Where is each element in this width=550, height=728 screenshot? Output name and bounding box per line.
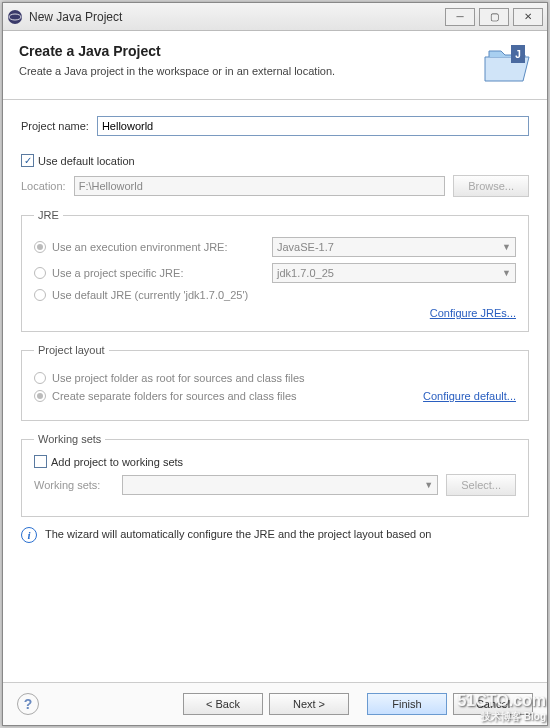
root-folder-label: Use project folder as root for sources a…	[52, 372, 305, 384]
jre-group: JRE Use an execution environment JRE: Ja…	[21, 209, 529, 332]
browse-button: Browse...	[453, 175, 529, 197]
banner: Create a Java Project Create a Java proj…	[3, 31, 547, 100]
title-bar[interactable]: New Java Project ─ ▢ ✕	[3, 3, 547, 31]
location-input	[74, 176, 445, 196]
location-label: Location:	[21, 180, 66, 192]
folder-java-icon: J	[483, 43, 531, 85]
configure-default-link[interactable]: Configure default...	[423, 390, 516, 402]
svg-text:J: J	[515, 49, 521, 60]
working-sets-group: Working sets Add project to working sets…	[21, 433, 529, 517]
window-title: New Java Project	[29, 10, 441, 24]
exec-env-label: Use an execution environment JRE:	[52, 241, 272, 253]
chevron-down-icon: ▼	[424, 480, 433, 490]
eclipse-icon	[7, 9, 23, 25]
footer: ? < Back Next > Finish Cancel	[3, 682, 547, 725]
separate-folders-radio[interactable]	[34, 390, 46, 402]
project-jre-dropdown: jdk1.7.0_25▼	[272, 263, 516, 283]
cancel-button[interactable]: Cancel	[453, 693, 533, 715]
layout-legend: Project layout	[34, 344, 109, 356]
exec-env-dropdown[interactable]: JavaSE-1.7▼	[272, 237, 516, 257]
project-name-input[interactable]	[97, 116, 529, 136]
add-working-sets-label: Add project to working sets	[51, 456, 183, 468]
next-button[interactable]: Next >	[269, 693, 349, 715]
maximize-button[interactable]: ▢	[479, 8, 509, 26]
content-area: Project name: Use default location Locat…	[3, 100, 547, 682]
add-working-sets-checkbox[interactable]	[34, 455, 47, 468]
dialog-window: New Java Project ─ ▢ ✕ Create a Java Pro…	[2, 2, 548, 726]
banner-title: Create a Java Project	[19, 43, 483, 59]
project-jre-radio[interactable]	[34, 267, 46, 279]
close-button[interactable]: ✕	[513, 8, 543, 26]
working-sets-legend: Working sets	[34, 433, 105, 445]
finish-button[interactable]: Finish	[367, 693, 447, 715]
info-text: The wizard will automatically configure …	[45, 527, 431, 543]
chevron-down-icon: ▼	[502, 242, 511, 252]
working-sets-dropdown: ▼	[122, 475, 438, 495]
chevron-down-icon: ▼	[502, 268, 511, 278]
banner-subtitle: Create a Java project in the workspace o…	[19, 65, 483, 77]
select-button: Select...	[446, 474, 516, 496]
configure-jres-link[interactable]: Configure JREs...	[430, 307, 516, 319]
info-message: i The wizard will automatically configur…	[21, 527, 529, 543]
default-jre-radio[interactable]	[34, 289, 46, 301]
back-button[interactable]: < Back	[183, 693, 263, 715]
project-layout-group: Project layout Use project folder as roo…	[21, 344, 529, 421]
working-sets-label: Working sets:	[34, 479, 114, 491]
separate-folders-label: Create separate folders for sources and …	[52, 390, 423, 402]
jre-legend: JRE	[34, 209, 63, 221]
minimize-button[interactable]: ─	[445, 8, 475, 26]
exec-env-radio[interactable]	[34, 241, 46, 253]
default-jre-label: Use default JRE (currently 'jdk1.7.0_25'…	[52, 289, 248, 301]
use-default-location-label: Use default location	[38, 155, 135, 167]
help-icon[interactable]: ?	[17, 693, 39, 715]
project-jre-label: Use a project specific JRE:	[52, 267, 272, 279]
root-folder-radio[interactable]	[34, 372, 46, 384]
use-default-location-checkbox[interactable]	[21, 154, 34, 167]
svg-point-0	[8, 10, 22, 24]
project-name-label: Project name:	[21, 120, 89, 132]
info-icon: i	[21, 527, 37, 543]
